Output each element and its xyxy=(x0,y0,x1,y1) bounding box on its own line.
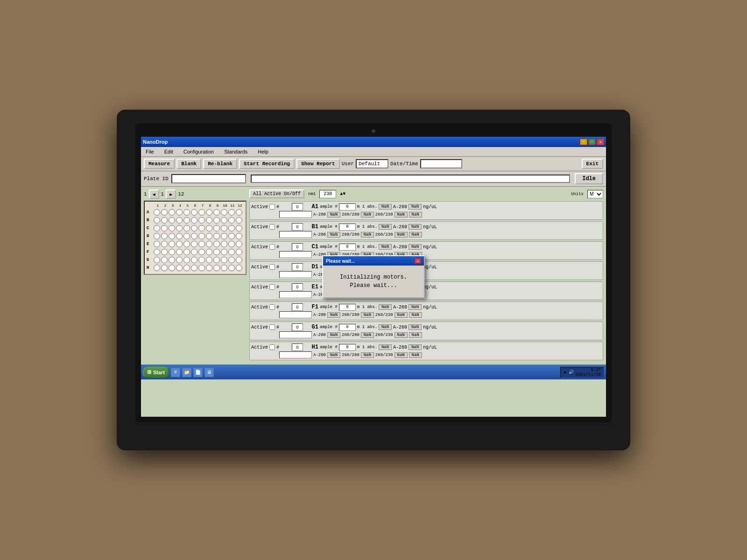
screen: NanoDrop − □ ✕ File Edit Configuration S… xyxy=(141,137,606,417)
modal-body: Initializing motors. Please wait... xyxy=(323,266,424,297)
laptop-body: NanoDrop − □ ✕ File Edit Configuration S… xyxy=(117,110,630,450)
modal-message-line1: Initializing motors. xyxy=(332,273,415,281)
please-wait-dialog: Please wait... ✕ Initializing motors. Pl… xyxy=(322,255,425,298)
modal-title: Please wait... xyxy=(326,259,355,264)
modal-overlay: Please wait... ✕ Initializing motors. Pl… xyxy=(141,137,606,417)
modal-message-line2: Please wait... xyxy=(332,281,415,290)
modal-titlebar: Please wait... ✕ xyxy=(323,256,424,266)
modal-close-button[interactable]: ✕ xyxy=(415,258,421,264)
screen-bezel: NanoDrop − □ ✕ File Edit Configuration S… xyxy=(135,124,612,422)
